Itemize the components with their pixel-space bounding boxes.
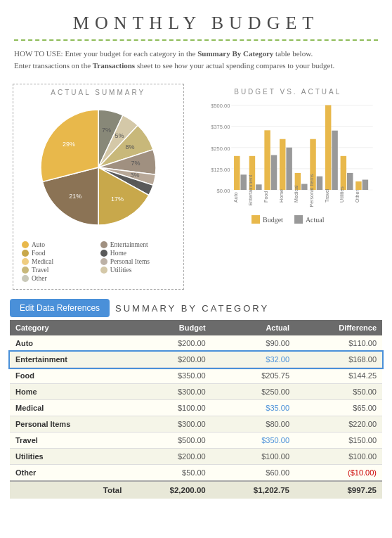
svg-text:Food: Food (263, 191, 268, 203)
bar-utilities-budget (340, 156, 346, 190)
cell-category: Travel (10, 433, 127, 449)
svg-text:7%: 7% (102, 127, 111, 134)
bar-other-budget (355, 181, 361, 190)
table-row: Entertainment$200.00$32.00$168.00 (10, 352, 382, 368)
svg-text:$375.00: $375.00 (211, 124, 230, 130)
edit-data-references-button[interactable]: Edit Data References (10, 299, 110, 317)
svg-text:Entertainment: Entertainment (248, 175, 253, 206)
legend-dot-utilities (100, 267, 107, 274)
cell-difference: $150.00 (295, 433, 382, 449)
bar-chart-svg: $500.00 $375.00 $250.00 $125.00 $0.00 (200, 100, 377, 212)
svg-text:Auto: Auto (233, 192, 237, 203)
svg-text:$250.00: $250.00 (211, 146, 230, 152)
cell-budget: $200.00 (127, 335, 211, 352)
legend-dot-food (22, 250, 29, 257)
cell-difference: $144.25 (295, 368, 382, 384)
cell-budget: $350.00 (127, 368, 211, 384)
svg-text:17%: 17% (111, 196, 124, 203)
bar-entertainment-actual (256, 184, 261, 190)
table-row: Travel$500.00$350.00$150.00 (10, 433, 382, 449)
legend-food: Food (22, 250, 96, 257)
legend-dot-personal (100, 258, 107, 265)
header-category: Category (10, 320, 127, 335)
table-header: Category Budget Actual Difference (10, 320, 382, 335)
bar-food-budget (264, 130, 270, 190)
cell-difference: $220.00 (295, 416, 382, 433)
legend-budget-box (251, 215, 260, 224)
bar-auto-budget (234, 156, 240, 190)
bar-travel-actual (332, 131, 337, 190)
bar-medical-actual (301, 184, 307, 190)
cell-budget: $200.00 (127, 352, 211, 368)
legend-actual-box (294, 215, 303, 224)
legend-medical: Medical (22, 258, 96, 265)
cell-actual: $100.00 (211, 449, 295, 465)
bar-home-budget (280, 139, 285, 190)
cell-actual: $90.00 (211, 335, 295, 352)
legend-home: Home (100, 250, 175, 257)
cell-difference: $65.00 (295, 400, 382, 416)
bar-other-actual (362, 180, 367, 190)
cell-category: Personal Items (10, 416, 127, 433)
cell-actual: $250.00 (211, 384, 295, 400)
budget-actual-panel: BUDGET VS. ACTUAL $500.00 $375.00 $250.0… (195, 84, 379, 290)
header-budget: Budget (127, 320, 211, 335)
bar-food-actual (270, 155, 276, 190)
charts-row: ACTUAL SUMMARY 7%5%8%7%3%3%17%21%29% Aut… (0, 77, 392, 293)
page-title: MONTHLY BUDGET (14, 0, 378, 41)
svg-text:5%: 5% (115, 132, 124, 139)
actual-summary-panel: ACTUAL SUMMARY 7%5%8%7%3%3%17%21%29% Aut… (13, 84, 184, 290)
svg-text:$0.00: $0.00 (216, 188, 230, 194)
cell-actual: $205.75 (211, 368, 295, 384)
table-row: Personal Items$300.00$80.00$220.00 (10, 416, 382, 433)
legend-other: Other (22, 275, 96, 282)
cell-budget: $300.00 (127, 416, 211, 433)
cell-budget: $50.00 (127, 465, 211, 482)
cell-budget: $100.00 (127, 400, 211, 416)
svg-text:Other: Other (354, 190, 359, 203)
svg-text:Home: Home (278, 189, 283, 203)
summary-title: SUMMARY BY CATEGORY (115, 303, 269, 314)
cell-actual: $32.00 (211, 352, 295, 368)
cell-category: Food (10, 368, 127, 384)
legend-dot-medical (22, 258, 29, 265)
legend-utilities: Utilities (100, 267, 175, 274)
svg-text:$125.00: $125.00 (211, 167, 230, 173)
cell-budget: $200.00 (127, 449, 211, 465)
bar-chart-area: $500.00 $375.00 $250.00 $125.00 $0.00 (200, 100, 377, 212)
legend-personal: Personal Items (100, 258, 175, 265)
bar-auto-actual (240, 174, 246, 190)
legend-dot-home (100, 250, 107, 257)
header-row: Category Budget Actual Difference (10, 320, 382, 335)
cell-difference: $168.00 (295, 352, 382, 368)
total-actual: $1,202.75 (211, 481, 295, 499)
svg-text:3%: 3% (130, 172, 139, 179)
svg-text:8%: 8% (125, 143, 134, 150)
table-row: Medical$100.00$35.00$65.00 (10, 400, 382, 416)
cell-actual: $35.00 (211, 400, 295, 416)
cell-actual: $350.00 (211, 433, 295, 449)
cell-budget: $300.00 (127, 384, 211, 400)
total-row: Total $2,200.00 $1,202.75 $997.25 (10, 481, 382, 499)
legend-travel: Travel (22, 267, 96, 274)
cell-category: Other (10, 465, 127, 482)
total-difference: $997.25 (295, 481, 382, 499)
table-body: Auto$200.00$90.00$110.00Entertainment$20… (10, 335, 382, 481)
table-header-row: Edit Data References SUMMARY BY CATEGORY (10, 299, 382, 317)
bar-personal-actual (316, 177, 322, 190)
actual-summary-title: ACTUAL SUMMARY (18, 89, 179, 96)
svg-text:$500.00: $500.00 (211, 103, 230, 109)
cell-category: Medical (10, 400, 127, 416)
svg-text:Medical: Medical (294, 185, 299, 203)
cell-difference: ($10.00) (295, 465, 382, 482)
cell-budget: $500.00 (127, 433, 211, 449)
cell-difference: $110.00 (295, 335, 382, 352)
legend-dot-entertainment (100, 241, 107, 248)
how-to-use: HOW TO USE: Enter your budget for each c… (0, 41, 392, 77)
legend-entertainment: Entertainment (100, 241, 175, 248)
legend-budget: Budget (251, 215, 283, 224)
bar-travel-budget (325, 105, 330, 190)
pie-container: 7%5%8%7%3%3%17%21%29% (18, 101, 179, 234)
table-row: Home$300.00$250.00$50.00 (10, 384, 382, 400)
legend-dot-travel (22, 267, 29, 274)
